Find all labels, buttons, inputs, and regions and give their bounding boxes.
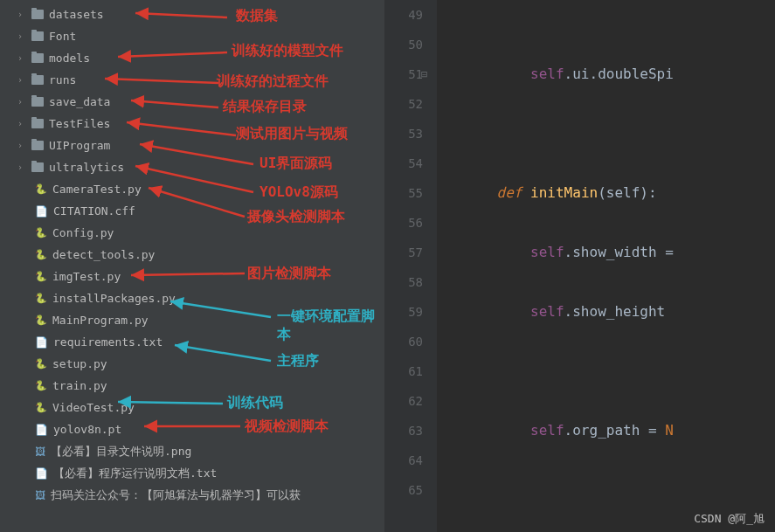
folder-label: models xyxy=(49,52,90,65)
line-number: 61 xyxy=(384,356,423,386)
folder-models[interactable]: › models xyxy=(0,47,384,69)
file-label: detect_tools.py xyxy=(52,248,155,261)
file-cameratest[interactable]: 🐍CameraTest.py xyxy=(0,178,384,200)
code-area[interactable]: ⊟ self.ui.doubleSpi def initMain(self): … xyxy=(437,0,775,532)
file-requirements[interactable]: 📄requirements.txt xyxy=(0,331,384,353)
line-number: 58 xyxy=(384,267,423,297)
file-label: 【必看】程序运行说明文档.txt xyxy=(53,466,217,481)
file-mainprogram[interactable]: 🐍MainProgram.py xyxy=(0,309,384,331)
file-label: Config.py xyxy=(52,226,114,239)
fold-icon[interactable]: ⊟ xyxy=(421,59,427,89)
folder-label: datasets xyxy=(49,8,104,21)
folder-icon xyxy=(31,53,44,63)
folder-runs[interactable]: › runs xyxy=(0,69,384,91)
folder-label: UIProgram xyxy=(49,139,110,152)
file-label: yolov8n.pt xyxy=(53,423,121,436)
python-icon: 🐍 xyxy=(35,271,47,282)
file-label: 扫码关注公众号：【阿旭算法与机器学习】可以获 xyxy=(51,487,301,503)
python-icon: 🐍 xyxy=(35,380,47,391)
line-number: 60 xyxy=(384,327,423,356)
folder-label: Font xyxy=(49,30,76,43)
chevron-right-icon: › xyxy=(17,53,28,63)
text-file-icon: 📄 xyxy=(35,336,48,349)
file-readme-txt[interactable]: 📄【必看】程序运行说明文档.txt xyxy=(0,462,384,484)
line-number: 64 xyxy=(384,446,423,475)
file-label: installPackages.py xyxy=(52,292,176,305)
file-label: CameraTest.py xyxy=(52,183,142,196)
file-label: requirements.txt xyxy=(53,335,163,349)
folder-label: runs xyxy=(49,73,76,86)
code-line: self.show_height xyxy=(463,297,775,327)
folder-icon xyxy=(31,31,44,41)
folder-icon xyxy=(31,10,44,19)
line-number: 62 xyxy=(384,386,423,416)
folder-icon xyxy=(31,162,44,172)
file-qr[interactable]: 🖼扫码关注公众号：【阿旭算法与机器学习】可以获 xyxy=(0,484,384,506)
python-icon: 🐍 xyxy=(35,314,47,326)
code-line: self.ui.doubleSpi xyxy=(463,59,775,89)
folder-save-data[interactable]: › save_data xyxy=(0,91,384,113)
file-icon: 📄 xyxy=(35,424,48,436)
chevron-right-icon: › xyxy=(17,31,28,41)
chevron-right-icon: › xyxy=(17,75,28,85)
file-imgtest[interactable]: 🐍imgTest.py xyxy=(0,266,384,287)
image-icon: 🖼 xyxy=(35,446,45,458)
file-icon: 📄 xyxy=(35,205,48,218)
project-tree[interactable]: › datasets › Font › models › runs › save… xyxy=(0,0,384,532)
file-label: VideoTest.py xyxy=(52,401,135,414)
line-number: 52 xyxy=(384,89,423,119)
image-icon: 🖼 xyxy=(35,489,45,501)
line-gutter: 49 50 51 52 53 54 55 56 57 58 59 60 61 6… xyxy=(384,0,437,532)
folder-icon xyxy=(31,119,44,128)
folder-font[interactable]: › Font xyxy=(0,25,384,47)
python-icon: 🐍 xyxy=(35,249,47,260)
folder-datasets[interactable]: › datasets xyxy=(0,3,384,25)
line-number: 63 xyxy=(384,416,423,446)
file-label: CITATION.cff xyxy=(53,204,135,218)
folder-icon xyxy=(31,97,44,107)
watermark: CSDN @阿_旭 xyxy=(694,511,765,527)
file-label: setup.py xyxy=(52,357,107,370)
line-number: 50 xyxy=(384,30,423,59)
code-line: self.org_path = N xyxy=(463,416,775,446)
chevron-right-icon: › xyxy=(17,119,28,128)
python-icon: 🐍 xyxy=(35,293,47,304)
file-yolov8n[interactable]: 📄yolov8n.pt xyxy=(0,418,384,440)
file-label: 【必看】目录文件说明.png xyxy=(51,444,191,459)
file-citation[interactable]: 📄CITATION.cff xyxy=(0,200,384,222)
code-line: self.show_width = xyxy=(463,238,775,267)
file-train[interactable]: 🐍train.py xyxy=(0,375,384,397)
file-setup[interactable]: 🐍setup.py xyxy=(0,353,384,375)
folder-uiprogram[interactable]: › UIProgram xyxy=(0,135,384,156)
line-number: 51 xyxy=(384,59,423,89)
code-editor[interactable]: 49 50 51 52 53 54 55 56 57 58 59 60 61 6… xyxy=(384,0,775,532)
folder-icon xyxy=(31,75,44,85)
folder-label: save_data xyxy=(49,95,110,108)
python-icon: 🐍 xyxy=(35,402,47,413)
chevron-right-icon: › xyxy=(17,141,28,150)
file-config[interactable]: 🐍Config.py xyxy=(0,222,384,244)
file-readme-png[interactable]: 🖼【必看】目录文件说明.png xyxy=(0,440,384,462)
folder-label: TestFiles xyxy=(49,117,110,130)
line-number: 59 xyxy=(384,297,423,327)
file-detect-tools[interactable]: 🐍detect_tools.py xyxy=(0,244,384,266)
code-line: def initMain(self): xyxy=(463,178,775,208)
folder-testfiles[interactable]: › TestFiles xyxy=(0,113,384,135)
folder-icon xyxy=(31,141,44,150)
line-number: 57 xyxy=(384,238,423,267)
chevron-right-icon: › xyxy=(17,162,28,172)
file-installpackages[interactable]: 🐍installPackages.py xyxy=(0,287,384,309)
text-file-icon: 📄 xyxy=(35,467,48,480)
line-number: 49 xyxy=(384,0,423,30)
line-number: 54 xyxy=(384,149,423,178)
folder-label: ultralytics xyxy=(49,161,124,174)
file-videotest[interactable]: 🐍VideoTest.py xyxy=(0,397,384,418)
chevron-right-icon: › xyxy=(17,97,28,107)
file-label: train.py xyxy=(52,379,107,392)
file-label: MainProgram.py xyxy=(52,314,149,327)
folder-ultralytics[interactable]: › ultralytics xyxy=(0,156,384,178)
python-icon: 🐍 xyxy=(35,183,47,195)
line-number: 55 xyxy=(384,178,423,208)
python-icon: 🐍 xyxy=(35,358,47,370)
line-number: 53 xyxy=(384,119,423,149)
